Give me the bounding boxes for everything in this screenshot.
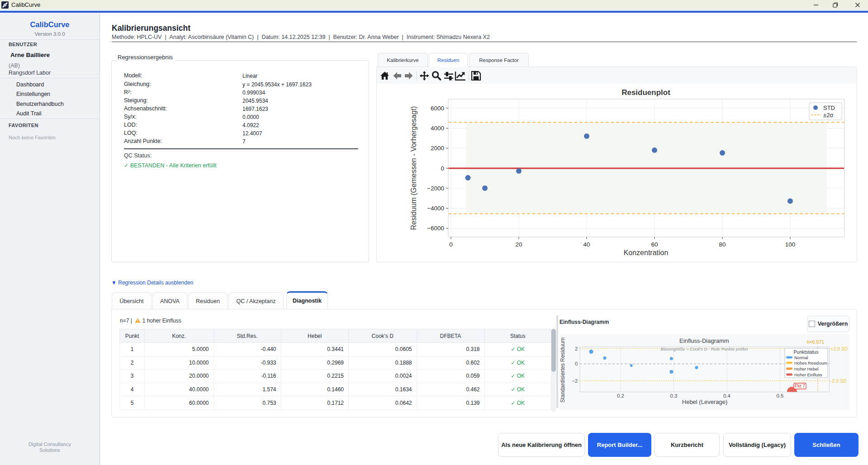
svg-text:Einfluss-Diagramm: Einfluss-Diagramm (679, 337, 729, 344)
svg-text:4000: 4000 (431, 125, 444, 132)
svg-text:STD: STD (823, 104, 835, 111)
svg-text:100: 100 (785, 241, 796, 248)
svg-text:Normal: Normal (794, 355, 808, 360)
svg-text:20: 20 (515, 241, 522, 248)
svg-text:0: 0 (575, 361, 578, 366)
svg-text:±2σ: ±2σ (823, 112, 833, 119)
svg-text:Punktstatus: Punktstatus (794, 349, 819, 355)
svg-text:Hoher Einfluss: Hoher Einfluss (794, 372, 822, 377)
svg-text:−4000: −4000 (427, 205, 444, 212)
svg-text:60: 60 (651, 241, 658, 248)
svg-text:-2.0 SD: -2.0 SD (830, 378, 847, 384)
svg-text:Pkt 7: Pkt 7 (795, 384, 805, 389)
svg-text:0.2: 0.2 (617, 393, 624, 399)
svg-text:Blasengröße = Cook's D · Rote: Blasengröße = Cook's D · Rote Punkte prü… (660, 346, 748, 351)
svg-text:40: 40 (583, 241, 590, 248)
svg-text:Konzentration: Konzentration (624, 249, 669, 256)
svg-text:+2.0 SD: +2.0 SD (830, 346, 848, 351)
svg-text:80: 80 (719, 241, 726, 248)
svg-text:Residuenplot: Residuenplot (621, 88, 670, 97)
svg-text:0.5: 0.5 (777, 393, 784, 399)
svg-text:0: 0 (449, 241, 453, 248)
svg-text:−6000: −6000 (427, 225, 444, 232)
svg-text:0: 0 (441, 165, 444, 172)
svg-text:0.4: 0.4 (723, 393, 731, 399)
svg-text:2000: 2000 (431, 145, 444, 152)
svg-text:2: 2 (575, 346, 578, 351)
svg-text:Hoher Hebel: Hoher Hebel (794, 366, 818, 371)
svg-text:Hohes Residuum: Hohes Residuum (794, 361, 827, 365)
svg-text:Standardisiertes Residuum: Standardisiertes Residuum (560, 337, 566, 403)
svg-text:6000: 6000 (431, 105, 444, 112)
svg-text:h=0.571: h=0.571 (807, 339, 824, 345)
svg-text:0.3: 0.3 (670, 393, 678, 399)
svg-text:−2: −2 (572, 378, 578, 384)
svg-text:Hebel (Leverage): Hebel (Leverage) (682, 399, 727, 405)
svg-text:Residuum (Gemessen - Vorherges: Residuum (Gemessen - Vorhergesagt) (410, 106, 417, 230)
svg-text:−2000: −2000 (427, 185, 444, 192)
